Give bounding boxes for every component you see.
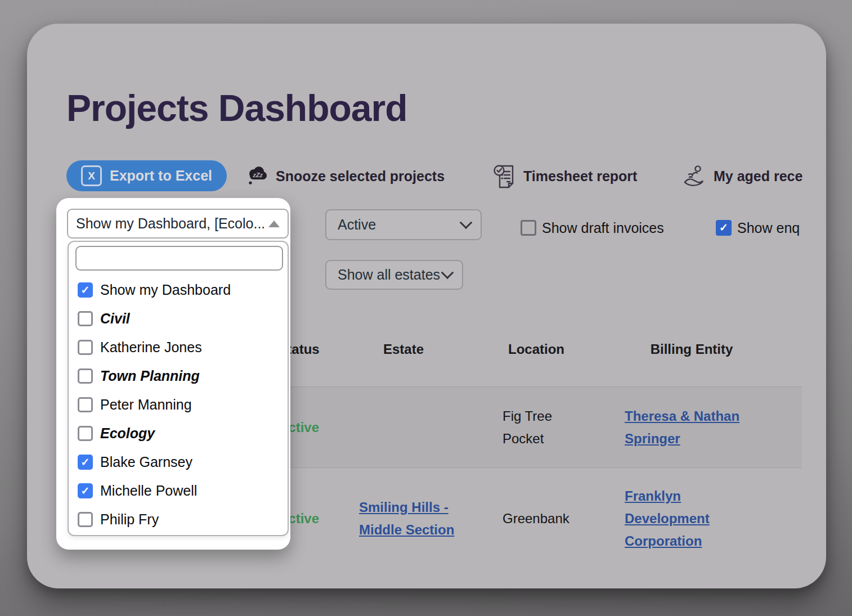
table-row[interactable]: Active Fig Tree Pocket Theresa & Nathan … bbox=[275, 386, 802, 468]
enquiries-label: Show enq bbox=[737, 220, 800, 236]
dropdown-items: Show my Dashboard Civil Katherine Jones … bbox=[69, 276, 288, 534]
dropdown-option[interactable]: Katherine Jones bbox=[69, 333, 288, 362]
option-label: Ecology bbox=[100, 425, 155, 442]
option-label: Katherine Jones bbox=[100, 339, 202, 356]
show-enquiries-checkbox[interactable]: Show enq bbox=[716, 214, 800, 242]
checkbox-icon[interactable] bbox=[78, 368, 93, 384]
status-filter-select[interactable]: Active bbox=[325, 209, 482, 240]
checkbox-icon[interactable] bbox=[78, 282, 93, 298]
dropdown-option[interactable]: Peter Manning bbox=[69, 390, 288, 419]
billing-entity-link[interactable]: Franklyn Development Corporation bbox=[625, 485, 723, 552]
chevron-down-icon bbox=[460, 216, 473, 229]
dropdown-option[interactable]: Town Planning bbox=[69, 362, 288, 390]
excel-icon: X bbox=[81, 165, 102, 186]
location-cell: Fig Tree Pocket bbox=[503, 387, 577, 467]
checkbox-icon[interactable] bbox=[78, 397, 93, 412]
checkbox-icon[interactable] bbox=[78, 311, 93, 326]
option-label: Michelle Powell bbox=[100, 483, 197, 499]
dropdown-option[interactable]: Ecology bbox=[69, 419, 288, 448]
dropdown-option[interactable]: Philip Fry bbox=[69, 505, 288, 534]
checkbox-icon[interactable] bbox=[78, 483, 93, 498]
column-header-location: Location bbox=[508, 341, 564, 357]
location-cell: Greenbank bbox=[503, 468, 577, 569]
estate-link[interactable]: Smiling Hills - Middle Section bbox=[359, 496, 469, 541]
column-header-billing: Billing Entity bbox=[651, 341, 733, 357]
checkbox-icon[interactable] bbox=[78, 455, 93, 470]
dropdown-option[interactable]: Civil bbox=[69, 304, 288, 333]
dropdown-option[interactable]: Blake Garnsey bbox=[69, 448, 288, 476]
dropdown-list: Show my Dashboard Civil Katherine Jones … bbox=[68, 241, 289, 536]
estate-cell bbox=[359, 387, 469, 467]
status-filter-value: Active bbox=[338, 217, 376, 233]
chevron-down-icon bbox=[441, 266, 454, 279]
option-label: Peter Manning bbox=[100, 397, 192, 413]
aged-receivables-button[interactable]: My aged rece bbox=[682, 162, 802, 190]
dropdown-option[interactable]: Michelle Powell bbox=[69, 476, 288, 505]
snooze-label: Snooze selected projects bbox=[276, 168, 445, 185]
checkbox-icon[interactable] bbox=[78, 512, 93, 527]
hand-person-icon bbox=[682, 164, 707, 188]
option-label: Blake Garnsey bbox=[100, 454, 192, 470]
option-label: Town Planning bbox=[100, 368, 200, 384]
dashboard-filter-trigger[interactable]: Show my Dashboard, [Ecolo... bbox=[67, 209, 289, 239]
checkbox-icon[interactable] bbox=[521, 220, 536, 236]
aged-label: My aged rece bbox=[714, 168, 802, 185]
column-header-estate: Estate bbox=[383, 341, 424, 357]
dropdown-search-input[interactable] bbox=[75, 246, 283, 271]
checkbox-icon[interactable] bbox=[78, 340, 93, 355]
screen: Projects Dashboard X Export to Excel zZz… bbox=[0, 0, 852, 616]
export-to-excel-button[interactable]: X Export to Excel bbox=[66, 160, 227, 191]
timesheet-label: Timesheet report bbox=[523, 168, 637, 185]
show-draft-invoices-checkbox[interactable]: Show draft invoices bbox=[521, 214, 664, 242]
timesheet-icon bbox=[493, 163, 517, 189]
checkbox-icon[interactable] bbox=[716, 220, 732, 236]
table-row[interactable]: Active Smiling Hills - Middle Section Gr… bbox=[275, 468, 802, 569]
estates-filter-value: Show all estates bbox=[338, 267, 440, 283]
export-label: Export to Excel bbox=[110, 168, 212, 184]
checkbox-icon[interactable] bbox=[78, 426, 93, 441]
option-label: Philip Fry bbox=[100, 511, 159, 528]
chevron-up-icon bbox=[268, 221, 280, 227]
svg-text:zZz: zZz bbox=[252, 172, 263, 178]
snooze-projects-button[interactable]: zZz Snooze selected projects bbox=[246, 162, 445, 190]
dropdown-option[interactable]: Show my Dashboard bbox=[69, 276, 288, 304]
estates-filter-select[interactable]: Show all estates bbox=[325, 260, 463, 290]
dashboard-filter-value: Show my Dashboard, [Ecolo... bbox=[76, 215, 264, 232]
option-label: Show my Dashboard bbox=[100, 282, 231, 298]
draft-invoices-label: Show draft invoices bbox=[542, 220, 664, 236]
billing-entity-link[interactable]: Theresa & Nathan Springer bbox=[625, 405, 763, 450]
dashboard-filter-dropdown: Show my Dashboard, [Ecolo... Show my Das… bbox=[56, 198, 290, 550]
option-label: Civil bbox=[100, 311, 130, 327]
dashboard-card: Projects Dashboard X Export to Excel zZz… bbox=[27, 24, 826, 588]
timesheet-report-button[interactable]: Timesheet report bbox=[493, 162, 637, 190]
snooze-cloud-icon: zZz bbox=[246, 165, 269, 187]
page-title: Projects Dashboard bbox=[66, 87, 407, 129]
